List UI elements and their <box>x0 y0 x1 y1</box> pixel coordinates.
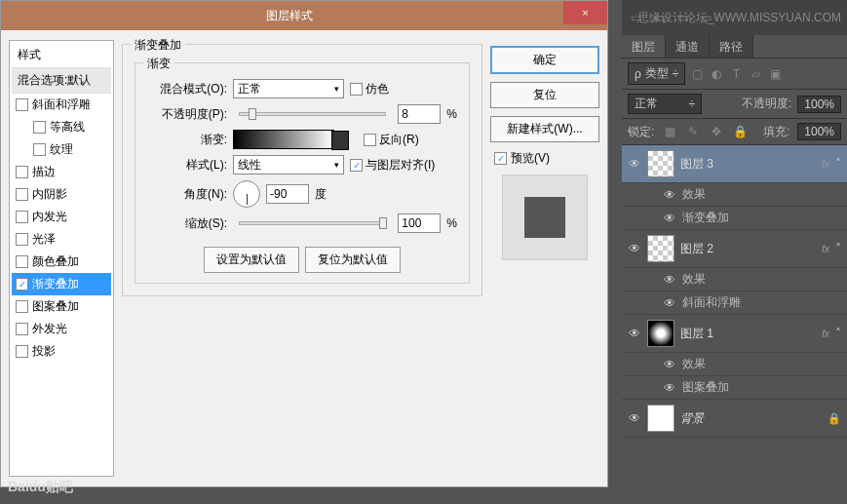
style-item[interactable]: 纹理 <box>12 138 111 161</box>
angle-dial[interactable] <box>233 180 260 208</box>
layer-name: 图层 3 <box>680 156 816 173</box>
lock-brush-icon[interactable]: ✎ <box>685 124 701 139</box>
layer-row[interactable]: 👁背景🔒 <box>622 400 847 438</box>
layer-thumbnail[interactable] <box>647 405 674 432</box>
checkbox-icon[interactable] <box>33 143 46 156</box>
close-button[interactable]: × <box>563 1 607 24</box>
filter-image-icon[interactable]: ▢ <box>689 66 705 82</box>
visibility-icon[interactable]: 👁 <box>628 327 641 340</box>
angle-label: 角度(N): <box>147 186 227 203</box>
lock-pixels-icon[interactable]: ▦ <box>662 124 677 139</box>
layer-row[interactable]: 👁图层 2fx ˄ <box>622 230 847 268</box>
opacity-input[interactable]: 8 <box>398 104 441 124</box>
style-item-label: 图案叠加 <box>32 298 79 315</box>
opacity-slider[interactable] <box>239 112 386 116</box>
tool-icon[interactable]: ▭ <box>674 10 690 25</box>
layer-thumbnail[interactable] <box>647 235 674 262</box>
checkbox-icon[interactable] <box>16 300 28 313</box>
lock-all-icon[interactable]: 🔒 <box>732 124 748 139</box>
lock-move-icon[interactable]: ✥ <box>709 124 724 139</box>
tab-channels[interactable]: 通道 <box>666 35 710 58</box>
visibility-icon[interactable]: 👁 <box>628 411 641 425</box>
checkbox-icon[interactable] <box>16 188 28 201</box>
styles-header[interactable]: 样式 <box>12 43 111 68</box>
lock-label: 锁定: <box>628 124 654 140</box>
style-label: 样式(L): <box>147 157 227 174</box>
fx-badge[interactable]: fx <box>822 159 829 170</box>
visibility-icon[interactable]: 👁 <box>663 188 676 202</box>
effects-header[interactable]: 👁效果 <box>622 183 847 207</box>
effects-header[interactable]: 👁效果 <box>622 268 847 291</box>
style-select[interactable]: 线性 <box>233 155 344 174</box>
effect-item[interactable]: 👁图案叠加 <box>622 376 847 400</box>
blend-mode-select[interactable]: 正常 <box>233 79 344 98</box>
align-checkbox[interactable]: ✓与图层对齐(I) <box>350 157 435 174</box>
tab-paths[interactable]: 路径 <box>710 35 753 58</box>
style-item[interactable]: 外发光 <box>12 318 111 340</box>
style-item[interactable]: ✓渐变叠加 <box>12 273 111 295</box>
effects-header[interactable]: 👁效果 <box>622 353 847 376</box>
checkbox-icon[interactable] <box>16 166 28 178</box>
ok-button[interactable]: 确定 <box>490 46 599 74</box>
cancel-button[interactable]: 复位 <box>490 82 599 108</box>
layer-thumbnail[interactable] <box>647 150 674 177</box>
fx-badge[interactable]: fx <box>822 244 829 254</box>
tool-icon[interactable]: ▭ <box>651 10 667 25</box>
effect-item[interactable]: 👁渐变叠加 <box>622 207 847 230</box>
new-style-button[interactable]: 新建样式(W)... <box>490 116 599 142</box>
visibility-icon[interactable]: 👁 <box>628 242 641 255</box>
reset-default-button[interactable]: 复位为默认值 <box>305 247 401 273</box>
checkbox-icon[interactable] <box>16 98 28 111</box>
style-item[interactable]: 描边 <box>12 161 111 183</box>
checkbox-icon[interactable] <box>16 345 28 358</box>
effect-item[interactable]: 👁斜面和浮雕 <box>622 291 847 315</box>
gradient-picker[interactable] <box>233 130 334 149</box>
style-item[interactable]: 内发光 <box>12 206 111 228</box>
checkbox-icon[interactable]: ✓ <box>16 278 28 291</box>
make-default-button[interactable]: 设置为默认值 <box>204 247 299 273</box>
style-item[interactable]: 等高线 <box>12 116 111 138</box>
layer-row[interactable]: 👁图层 3fx ˄ <box>622 145 847 183</box>
blending-options[interactable]: 混合选项:默认 <box>12 68 111 94</box>
style-item[interactable]: 图案叠加 <box>12 295 111 318</box>
visibility-icon[interactable]: 👁 <box>628 157 641 171</box>
layer-opacity[interactable]: 100% <box>797 96 841 113</box>
visibility-icon[interactable]: 👁 <box>663 273 676 287</box>
layer-blend-mode[interactable]: 正常÷ <box>628 94 702 114</box>
preview-checkbox[interactable]: ✓预览(V) <box>494 150 599 167</box>
checkbox-icon[interactable] <box>16 211 28 223</box>
style-item[interactable]: 斜面和浮雕 <box>12 94 111 116</box>
visibility-icon[interactable]: 👁 <box>663 381 676 395</box>
reverse-checkbox[interactable]: 反向(R) <box>364 132 419 148</box>
style-item[interactable]: 光泽 <box>12 228 111 251</box>
checkbox-icon[interactable] <box>16 323 28 335</box>
kind-filter[interactable]: ρ 类型 ÷ <box>628 62 685 85</box>
style-item[interactable]: 投影 <box>12 340 111 363</box>
layer-row[interactable]: 👁图层 1fx ˄ <box>622 315 847 353</box>
angle-input[interactable]: -90 <box>266 184 309 204</box>
checkbox-icon[interactable] <box>16 255 28 268</box>
dither-checkbox[interactable]: 仿色 <box>350 81 389 97</box>
tab-layers[interactable]: 图层 <box>622 35 666 58</box>
layer-name: 图层 2 <box>680 241 816 257</box>
visibility-icon[interactable]: 👁 <box>663 296 676 310</box>
checkbox-icon[interactable] <box>33 121 46 134</box>
style-item[interactable]: 颜色叠加 <box>12 251 111 273</box>
checkbox-icon[interactable] <box>16 233 28 246</box>
style-item[interactable]: 内阴影 <box>12 183 111 206</box>
tool-icon[interactable]: ▭ <box>698 10 713 25</box>
layer-thumbnail[interactable] <box>647 320 674 347</box>
filter-text-icon[interactable]: T <box>728 66 744 82</box>
style-item-label: 投影 <box>32 343 56 360</box>
titlebar[interactable]: 图层样式 × <box>1 1 607 30</box>
tool-icon[interactable]: ▭ <box>628 10 643 25</box>
visibility-icon[interactable]: 👁 <box>663 212 676 225</box>
visibility-icon[interactable]: 👁 <box>663 358 676 371</box>
fx-badge[interactable]: fx <box>822 329 829 339</box>
scale-input[interactable]: 100 <box>398 213 441 233</box>
filter-smart-icon[interactable]: ▣ <box>767 66 783 82</box>
scale-slider[interactable] <box>239 221 386 225</box>
layer-fill[interactable]: 100% <box>797 123 841 140</box>
filter-adjust-icon[interactable]: ◐ <box>709 66 724 82</box>
filter-shape-icon[interactable]: ▱ <box>748 66 763 82</box>
